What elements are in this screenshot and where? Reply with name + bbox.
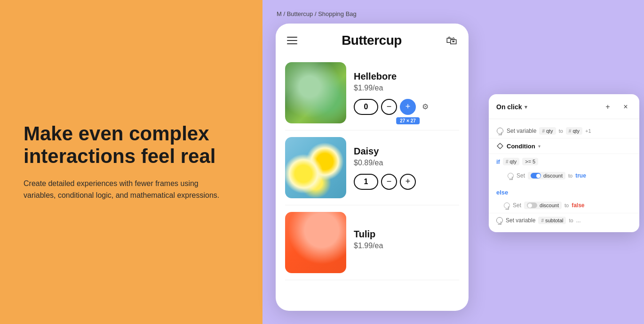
panel-body: Set variable # qty to # qty +1 bbox=[489, 119, 639, 232]
product-info: Tulip $1.99/ea bbox=[354, 229, 459, 257]
panel-header: On click ▾ + × bbox=[489, 94, 639, 119]
toggle-switch-off bbox=[527, 202, 537, 208]
condition-row[interactable]: Condition ▾ bbox=[489, 138, 639, 154]
right-panel: M / Buttercup / Shopping Bag Buttercup 🛍… bbox=[262, 0, 644, 324]
product-price: $1.99/ea bbox=[354, 242, 459, 250]
list-item: Daisy $0.89/ea 1 − + bbox=[285, 130, 459, 205]
left-panel: Make even complex interactions feel real… bbox=[0, 0, 262, 324]
set-keyword: Set bbox=[517, 172, 525, 179]
add-action-button[interactable]: + bbox=[602, 101, 614, 113]
discount-toggle-tag[interactable]: discount bbox=[528, 172, 565, 179]
product-list: Hellebore $1.99/ea 0 − + 27 × 27 ⚙ bbox=[276, 56, 469, 280]
app-mockup: Buttercup 🛍 Hellebore $1.99/ea 0 − + 27 … bbox=[276, 24, 469, 311]
product-image-hellebore bbox=[285, 62, 346, 123]
product-info: Hellebore $1.99/ea 0 − + 27 × 27 ⚙ bbox=[354, 71, 459, 115]
chevron-down-icon: ▾ bbox=[538, 144, 541, 149]
value-false: false bbox=[572, 202, 584, 209]
timer-icon bbox=[508, 173, 514, 179]
value-true: true bbox=[575, 172, 586, 179]
list-item: Hellebore $1.99/ea 0 − + 27 × 27 ⚙ bbox=[285, 56, 459, 130]
set-variable-label: Set variable bbox=[507, 128, 536, 134]
product-price: $0.89/ea bbox=[354, 159, 459, 167]
discount-toggle-tag-off[interactable]: discount bbox=[524, 202, 562, 209]
qty-value-tag[interactable]: # qty bbox=[566, 127, 582, 135]
product-name: Hellebore bbox=[354, 71, 459, 82]
product-image-daisy bbox=[285, 137, 346, 198]
qty-controls: 1 − + bbox=[354, 174, 459, 190]
condition-label: Condition bbox=[507, 143, 535, 150]
app-header: Buttercup 🛍 bbox=[276, 24, 469, 56]
subtotal-var-tag[interactable]: # subtotal bbox=[538, 217, 566, 224]
interaction-panel: On click ▾ + × Set variable # qty to bbox=[489, 94, 639, 232]
product-image-tulip bbox=[285, 212, 346, 273]
app-logo: Buttercup bbox=[342, 33, 402, 48]
panel-actions: + × bbox=[602, 101, 632, 113]
else-keyword: else bbox=[489, 186, 639, 199]
panel-trigger[interactable]: On click ▾ bbox=[496, 103, 527, 111]
product-name: Daisy bbox=[354, 146, 459, 157]
breadcrumb: M / Buttercup / Shopping Bag bbox=[277, 10, 357, 17]
qty-increment[interactable]: + 27 × 27 bbox=[400, 99, 416, 115]
if-var-tag[interactable]: # qty bbox=[503, 158, 519, 165]
panel-trigger-label: On click bbox=[496, 103, 522, 111]
else-set-row: Set discount to false bbox=[489, 199, 639, 212]
timer-icon bbox=[496, 217, 503, 224]
qty-decrement[interactable]: − bbox=[381, 174, 397, 190]
settings-icon[interactable]: ⚙ bbox=[419, 100, 432, 113]
if-keyword: if bbox=[496, 158, 500, 165]
if-block: if # qty >= 5 Set discount bbox=[489, 154, 639, 186]
chevron-down-icon: ▾ bbox=[525, 104, 527, 110]
timer-icon bbox=[497, 128, 503, 134]
last-action-row: Set variable # subtotal to ... bbox=[489, 213, 639, 227]
qty-display: 1 bbox=[354, 174, 378, 190]
operator-tag[interactable]: >= 5 bbox=[522, 158, 538, 165]
toggle-switch-on bbox=[531, 173, 541, 178]
condition-icon bbox=[496, 142, 504, 150]
qty-increment[interactable]: + bbox=[400, 174, 416, 190]
body-text: Create detailed experiences with fewer f… bbox=[24, 178, 221, 202]
qty-controls: 0 − + 27 × 27 ⚙ bbox=[354, 99, 459, 115]
timer-icon bbox=[504, 202, 510, 209]
heading: Make even complex interactions feel real bbox=[24, 122, 221, 168]
list-item: Tulip $1.99/ea bbox=[285, 205, 459, 280]
product-info: Daisy $0.89/ea 1 − + bbox=[354, 146, 459, 190]
ellipsis-value: ... bbox=[576, 217, 581, 224]
left-content: Make even complex interactions feel real… bbox=[24, 122, 221, 202]
bag-icon[interactable]: 🛍 bbox=[446, 34, 457, 47]
action-row-set-variable: Set variable # qty to # qty +1 bbox=[489, 124, 639, 138]
if-line: if # qty >= 5 bbox=[496, 158, 632, 165]
set-variable-label: Set variable bbox=[506, 217, 535, 224]
qty-var-tag[interactable]: # qty bbox=[539, 127, 556, 135]
size-badge: 27 × 27 bbox=[396, 117, 420, 124]
hamburger-menu[interactable] bbox=[287, 37, 297, 44]
close-button[interactable]: × bbox=[620, 101, 632, 113]
set-keyword: Set bbox=[513, 202, 521, 209]
then-set-row: Set discount to true bbox=[496, 169, 632, 182]
product-name: Tulip bbox=[354, 229, 459, 240]
qty-decrement[interactable]: − bbox=[381, 99, 397, 115]
action-icon bbox=[496, 127, 504, 135]
product-price: $1.99/ea bbox=[354, 84, 459, 92]
qty-display: 0 bbox=[354, 99, 378, 115]
